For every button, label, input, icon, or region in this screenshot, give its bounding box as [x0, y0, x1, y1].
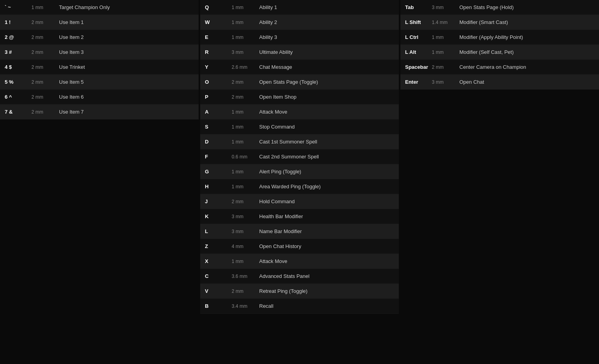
key-label: L Shift: [400, 19, 432, 25]
mm-label: 1 mm: [432, 35, 459, 40]
mm-label: 3 mm: [232, 214, 259, 219]
action-label: Alert Ping (Toggle): [259, 169, 399, 175]
key-label: B: [200, 303, 232, 309]
mm-label: 2 mm: [232, 94, 259, 100]
key-label: ` ~: [0, 4, 31, 10]
table-row: L Alt 1 mm Modifier (Self Cast, Pet): [400, 45, 599, 60]
mm-label: 1 mm: [232, 35, 259, 40]
key-label: 6 ^: [0, 94, 31, 100]
table-row: 4 $ 2 mm Use Trinket: [0, 60, 199, 75]
key-label: Spacebar: [400, 64, 432, 70]
mid-column: Q 1 mm Ability 1 W 1 mm Ability 2 E 1 mm…: [200, 0, 399, 314]
mm-label: 2 mm: [31, 20, 59, 25]
key-label: 1 !: [0, 19, 31, 25]
table-row: R 3 mm Ultimate Ability: [200, 45, 399, 60]
mm-label: 1 mm: [232, 259, 259, 264]
action-label: Use Item 1: [59, 19, 199, 25]
action-label: Area Warded Ping (Toggle): [259, 184, 399, 189]
mm-label: 3 mm: [232, 50, 259, 55]
mm-label: 3.6 mm: [232, 274, 259, 279]
action-label: Use Trinket: [59, 64, 199, 70]
action-label: Open Stats Page (Toggle): [259, 79, 399, 85]
action-label: Ability 2: [259, 19, 399, 25]
key-label: P: [200, 94, 232, 100]
table-row: 3 # 2 mm Use Item 3: [0, 45, 199, 60]
key-label: H: [200, 184, 232, 189]
mm-label: 2 mm: [232, 289, 259, 294]
key-label: E: [200, 34, 232, 40]
action-label: Open Stats Page (Hold): [459, 4, 599, 10]
action-label: Chat Message: [259, 64, 399, 70]
mm-label: 1 mm: [432, 50, 459, 55]
mm-label: 1 mm: [232, 139, 259, 145]
table-row: Enter 3 mm Open Chat: [400, 75, 599, 90]
table-row: P 2 mm Open Item Shop: [200, 90, 399, 105]
table-row: Tab 3 mm Open Stats Page (Hold): [400, 0, 599, 15]
action-label: Use Item 6: [59, 94, 199, 100]
key-label: F: [200, 154, 232, 160]
table-row: A 1 mm Attack Move: [200, 105, 399, 119]
table-row: K 3 mm Health Bar Modifier: [200, 209, 399, 224]
action-label: Recall: [259, 303, 399, 309]
key-label: J: [200, 199, 232, 204]
key-label: S: [200, 124, 232, 130]
table-row: F 0.6 mm Cast 2nd Summoner Spell: [200, 149, 399, 164]
mm-label: 1 mm: [232, 5, 259, 10]
mm-label: 2 mm: [31, 94, 59, 100]
mm-label: 2 mm: [31, 64, 59, 70]
table-row: L Ctrl 1 mm Modifier (Apply Ability Poin…: [400, 30, 599, 45]
table-row: 6 ^ 2 mm Use Item 6: [0, 90, 199, 105]
mm-label: 2 mm: [232, 199, 259, 204]
action-label: Target Champion Only: [59, 4, 199, 10]
mm-label: 3 mm: [432, 5, 459, 10]
mm-label: 1 mm: [232, 109, 259, 115]
key-label: 5 %: [0, 79, 31, 85]
action-label: Modifier (Apply Ability Point): [459, 34, 599, 40]
table-row: L 3 mm Name Bar Modifier: [200, 224, 399, 239]
action-label: Use Item 5: [59, 79, 199, 85]
mm-label: 3.4 mm: [232, 303, 259, 309]
mm-label: 2 mm: [31, 50, 59, 55]
mm-label: 2 mm: [31, 35, 59, 40]
table-row: C 3.6 mm Advanced Stats Panel: [200, 269, 399, 284]
mm-label: 2.6 mm: [232, 64, 259, 70]
table-row: Q 1 mm Ability 1: [200, 0, 399, 15]
key-label: C: [200, 273, 232, 279]
action-label: Ability 1: [259, 4, 399, 10]
action-label: Stop Command: [259, 124, 399, 130]
key-label: Q: [200, 4, 232, 10]
key-label: G: [200, 169, 232, 175]
action-label: Modifier (Self Cast, Pet): [459, 49, 599, 55]
action-label: Attack Move: [259, 258, 399, 264]
table-row: Z 4 mm Open Chat History: [200, 239, 399, 254]
key-label: 2 @: [0, 34, 31, 40]
table-row: 1 ! 2 mm Use Item 1: [0, 15, 199, 30]
action-label: Advanced Stats Panel: [259, 273, 399, 279]
action-label: Ultimate Ability: [259, 49, 399, 55]
key-label: L Ctrl: [400, 34, 432, 40]
table-row: S 1 mm Stop Command: [200, 119, 399, 134]
action-label: Open Chat: [459, 79, 599, 85]
mm-label: 1.4 mm: [432, 20, 459, 25]
key-label: L: [200, 228, 232, 234]
action-label: Cast 2nd Summoner Spell: [259, 154, 399, 160]
right-column: Tab 3 mm Open Stats Page (Hold) L Shift …: [400, 0, 599, 314]
key-label: Tab: [400, 4, 432, 10]
mm-label: 3 mm: [232, 229, 259, 234]
action-label: Open Chat History: [259, 243, 399, 249]
key-label: Y: [200, 64, 232, 70]
mm-label: 1 mm: [232, 124, 259, 130]
table-row: O 2 mm Open Stats Page (Toggle): [200, 75, 399, 90]
mm-label: 1 mm: [31, 5, 59, 10]
key-label: W: [200, 19, 232, 25]
key-label: X: [200, 258, 232, 264]
mm-label: 3 mm: [432, 79, 459, 85]
key-label: 4 $: [0, 64, 31, 70]
key-label: Enter: [400, 79, 432, 85]
mm-label: 1 mm: [232, 169, 259, 175]
action-label: Center Camera on Champion: [459, 64, 599, 70]
keybind-table: ` ~ 1 mm Target Champion Only 1 ! 2 mm U…: [0, 0, 599, 314]
key-label: K: [200, 213, 232, 219]
key-label: A: [200, 109, 232, 115]
table-row: Y 2.6 mm Chat Message: [200, 60, 399, 75]
